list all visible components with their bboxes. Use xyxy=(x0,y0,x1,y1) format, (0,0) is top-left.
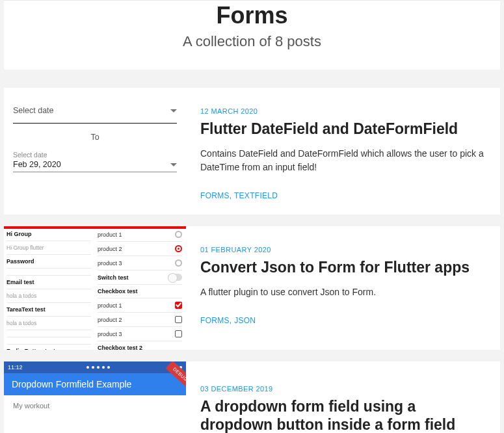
post-tags: FORMS, TEXTFIELD xyxy=(200,191,484,200)
page-header: Forms A collection of 8 posts xyxy=(4,0,500,70)
list-item: TareaText test xyxy=(7,303,91,317)
post-title-link[interactable]: Convert Json to Form for Flutter apps xyxy=(200,259,470,276)
radio-icon xyxy=(175,245,182,252)
list-item: product 2 xyxy=(98,242,182,256)
page-title: Forms xyxy=(17,1,487,29)
list-item: hola a todos xyxy=(7,317,91,330)
list-item: product 2 xyxy=(98,313,182,327)
json-form-mock: Hi GroupHi Group flutterPasswordEmail te… xyxy=(4,226,186,350)
list-item: Hi Group flutter xyxy=(7,241,91,255)
tag-link[interactable]: TEXTFIELD xyxy=(234,191,278,200)
list-item: hola a todos xyxy=(7,289,91,303)
list-item: product 3 xyxy=(98,327,182,341)
list-item: Password xyxy=(7,255,91,269)
field-label: My workout xyxy=(13,402,177,410)
post-title: A dropdown form field using a dropdown b… xyxy=(200,397,484,433)
list-item xyxy=(7,269,91,276)
select-date-label-2: Select date xyxy=(13,151,177,159)
post-title-link[interactable]: A dropdown form field using a dropdown b… xyxy=(200,398,455,433)
status-icons xyxy=(86,366,110,369)
status-bar: 11:12 xyxy=(4,361,186,373)
checkbox-icon xyxy=(175,316,182,323)
radio-icon xyxy=(175,231,182,238)
to-label: To xyxy=(13,133,177,142)
tag-link[interactable]: FORMS xyxy=(200,316,230,325)
post-thumbnail[interactable]: Hi GroupHi Group flutterPasswordEmail te… xyxy=(4,226,186,350)
post-thumbnail[interactable]: 11:12 Dropdown Formfield Example DEBUG M… xyxy=(4,361,186,412)
list-item: Radio Button tests xyxy=(7,345,91,350)
chevron-down-icon xyxy=(170,163,177,166)
list-item: product 3 xyxy=(98,256,182,270)
post-date: 12 MARCH 2020 xyxy=(200,107,484,115)
list-item: Switch test xyxy=(98,270,182,285)
post-date: 03 DECEMBER 2019 xyxy=(200,385,484,393)
radio-icon xyxy=(175,259,182,267)
post-title: Flutter DateField and DateFormField xyxy=(200,120,484,138)
list-item xyxy=(7,330,91,337)
checkbox-icon xyxy=(175,302,182,309)
select-date-label: Select date xyxy=(13,106,54,115)
clock: 11:12 xyxy=(8,364,23,371)
list-item: product 1 xyxy=(98,228,182,242)
post-card: Select date To Select date Feb 29, 2020 … xyxy=(4,88,500,215)
post-title: Convert Json to Form for Flutter apps xyxy=(200,258,484,276)
list-item: Email test xyxy=(7,276,91,289)
app-bar-title: Dropdown Formfield Example xyxy=(12,379,131,389)
post-card: Hi GroupHi Group flutterPasswordEmail te… xyxy=(4,226,500,350)
list-item: product 1 xyxy=(98,298,182,313)
post-tags: FORMS, JSON xyxy=(200,316,484,325)
checkbox-icon xyxy=(175,330,182,337)
post-thumbnail[interactable]: Select date To Select date Feb 29, 2020 xyxy=(4,88,186,215)
date-form-mock: Select date To Select date Feb 29, 2020 xyxy=(4,88,186,180)
post-date: 01 FEBRUARY 2020 xyxy=(200,246,484,254)
tag-link[interactable]: FORMS xyxy=(200,191,230,200)
post-excerpt: Contains DateField and DateFormField whi… xyxy=(200,147,484,174)
switch-icon xyxy=(168,274,182,281)
tag-link[interactable]: JSON xyxy=(234,316,256,325)
page-subtitle: A collection of 8 posts xyxy=(17,33,487,50)
app-bar: Dropdown Formfield Example DEBUG xyxy=(4,373,186,395)
date-value: Feb 29, 2020 xyxy=(13,160,61,169)
chevron-down-icon xyxy=(170,109,177,112)
post-card: 11:12 Dropdown Formfield Example DEBUG M… xyxy=(4,361,500,433)
list-item: Checkbox test 2 xyxy=(98,341,182,350)
dropdown-app-mock: 11:12 Dropdown Formfield Example DEBUG M… xyxy=(4,361,186,412)
post-title-link[interactable]: Flutter DateField and DateFormField xyxy=(200,120,458,137)
list-item xyxy=(7,337,91,345)
post-excerpt: A flutter plugin to use convert Json to … xyxy=(200,285,484,299)
list-item: Hi Group xyxy=(7,228,91,241)
list-item: Checkbox test xyxy=(98,285,182,298)
